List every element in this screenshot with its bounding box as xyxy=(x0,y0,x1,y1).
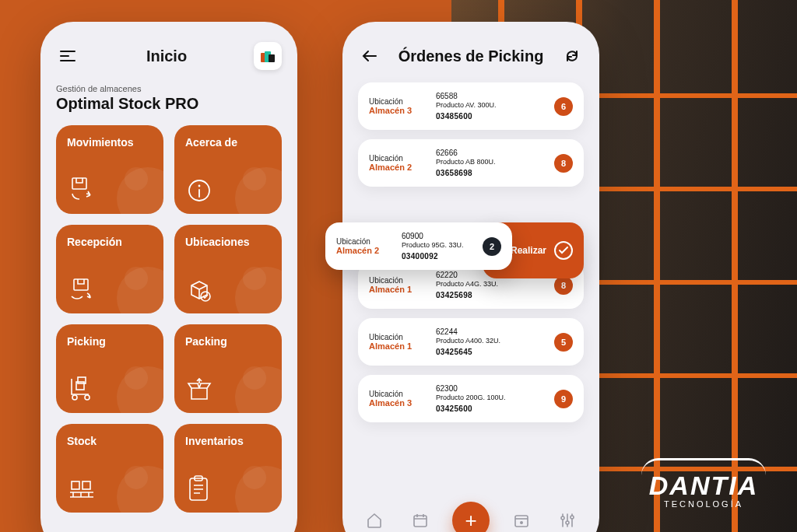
tile-picking[interactable]: Picking xyxy=(56,324,163,413)
count-badge: 6 xyxy=(554,97,573,116)
app-name: Optimal Stock PRO xyxy=(56,95,282,113)
count-badge: 8 xyxy=(554,276,573,295)
brand-logo: DANTIA TECNOLOGÍA xyxy=(641,458,766,509)
order-card[interactable]: UbicaciónAlmacén 1 62244Producto A400. 3… xyxy=(358,318,584,366)
order-card[interactable]: UbicaciónAlmacén 2 62666Producto AB 800U… xyxy=(358,139,584,187)
subtitle: Gestión de almacenes xyxy=(56,84,282,93)
count-badge: 8 xyxy=(554,154,573,173)
order-id: 60900 xyxy=(402,232,473,240)
boxes-icon xyxy=(261,50,275,62)
tile-label: Acerca de xyxy=(185,136,271,149)
loc-label: Ubicación xyxy=(369,333,425,341)
svg-rect-10 xyxy=(83,481,90,489)
receive-box-icon xyxy=(67,275,97,304)
loc-label: Ubicación xyxy=(369,390,425,398)
order-id: 62666 xyxy=(436,149,543,157)
svg-point-15 xyxy=(521,522,522,523)
tile-label: Ubicaciones xyxy=(185,236,271,248)
svg-point-6 xyxy=(85,395,90,400)
loc-label: Ubicación xyxy=(369,276,425,285)
warehouse: Almacén 3 xyxy=(369,106,425,115)
svg-rect-0 xyxy=(72,178,86,189)
reference: 03425698 xyxy=(436,291,543,299)
order-id: 66588 xyxy=(436,92,543,100)
count-badge: 5 xyxy=(554,333,573,352)
svg-point-18 xyxy=(571,516,574,519)
order-card[interactable]: UbicaciónAlmacén 3 66588Producto AV. 300… xyxy=(358,82,584,130)
reference: 03658698 xyxy=(436,169,543,177)
reference: 03400092 xyxy=(402,252,473,261)
warehouse: Almacén 2 xyxy=(369,163,425,172)
bottom-navigation: + xyxy=(342,501,599,532)
svg-point-2 xyxy=(198,185,201,187)
perform-label: Realizar xyxy=(511,245,546,256)
hand-truck-icon xyxy=(67,374,97,404)
settings-sliders-icon[interactable] xyxy=(554,507,581,532)
svg-point-5 xyxy=(72,395,77,400)
product: Producto AB 800U. xyxy=(436,158,543,166)
loc-label: Ubicación xyxy=(369,154,425,163)
pallet-icon xyxy=(67,474,97,503)
order-id: 62300 xyxy=(436,384,543,393)
reference: 03425600 xyxy=(436,404,543,413)
product: Producto 200G. 100U. xyxy=(436,394,543,401)
phone-home: Inicio Gestión de almacenes Optimal Stoc… xyxy=(40,22,297,532)
tile-label: Picking xyxy=(67,335,153,348)
clipboard-icon xyxy=(185,474,212,503)
refresh-button[interactable] xyxy=(560,44,584,68)
back-button[interactable] xyxy=(358,44,381,68)
warehouse: Almacén 2 xyxy=(336,246,392,255)
brand-name: DANTIA xyxy=(641,471,766,501)
orders-list: UbicaciónAlmacén 3 66588Producto AV. 300… xyxy=(358,82,584,422)
box-arrows-icon xyxy=(67,175,97,205)
tile-ubicaciones[interactable]: Ubicaciones xyxy=(174,225,282,313)
tile-label: Movimientos xyxy=(67,136,153,149)
tile-label: Recepción xyxy=(67,236,153,248)
menu-icon[interactable] xyxy=(56,44,79,68)
svg-rect-3 xyxy=(74,279,88,290)
tile-label: Inventarios xyxy=(185,435,271,447)
svg-rect-13 xyxy=(414,516,427,527)
count-badge: 9 xyxy=(554,390,573,408)
tile-label: Stock xyxy=(67,435,153,447)
info-icon xyxy=(185,177,213,205)
tile-movimientos[interactable]: Movimientos xyxy=(56,125,163,214)
tile-packing[interactable]: Packing xyxy=(174,324,282,413)
reference: 03485600 xyxy=(436,112,543,121)
product: Producto AV. 300U. xyxy=(436,101,543,109)
add-button[interactable]: + xyxy=(452,502,490,532)
app-switcher-button[interactable] xyxy=(254,42,282,70)
svg-rect-9 xyxy=(72,481,79,489)
order-id: 62244 xyxy=(436,327,543,336)
svg-point-17 xyxy=(566,521,569,524)
calendar-icon[interactable] xyxy=(407,507,434,532)
tile-recepcion[interactable]: Recepción xyxy=(56,225,163,313)
order-card-selected[interactable]: UbicaciónAlmacén 2 60900Producto 95G. 33… xyxy=(325,222,512,270)
tile-acerca-de[interactable]: Acerca de xyxy=(174,125,282,214)
reference: 03425645 xyxy=(436,348,543,356)
count-badge: 2 xyxy=(483,237,501,256)
page-title: Órdenes de Picking xyxy=(398,47,544,65)
home-grid: Movimientos Acerca de Recepción Ubicacio… xyxy=(56,125,282,513)
product: Producto A400. 32U. xyxy=(436,337,543,345)
warehouse: Almacén 3 xyxy=(369,398,425,408)
tile-inventarios[interactable]: Inventarios xyxy=(174,424,282,513)
warehouse: Almacén 1 xyxy=(369,341,425,351)
open-box-icon xyxy=(185,376,213,404)
check-circle-icon xyxy=(554,241,573,260)
phone-picking-orders: Órdenes de Picking UbicaciónAlmacén 3 66… xyxy=(342,22,599,532)
page-title: Inicio xyxy=(146,47,187,65)
product: Producto 95G. 33U. xyxy=(402,241,473,249)
warehouse: Almacén 1 xyxy=(369,285,425,294)
order-card[interactable]: UbicaciónAlmacén 3 62300Producto 200G. 1… xyxy=(358,375,584,422)
tile-stock[interactable]: Stock xyxy=(56,424,163,513)
tile-label: Packing xyxy=(185,335,271,348)
box-check-icon xyxy=(185,276,213,304)
product: Producto A4G. 33U. xyxy=(436,280,543,288)
svg-point-16 xyxy=(561,516,564,520)
loc-label: Ubicación xyxy=(336,237,392,246)
schedule-icon[interactable] xyxy=(508,507,535,532)
home-icon[interactable] xyxy=(361,507,388,532)
loc-label: Ubicación xyxy=(369,97,425,106)
